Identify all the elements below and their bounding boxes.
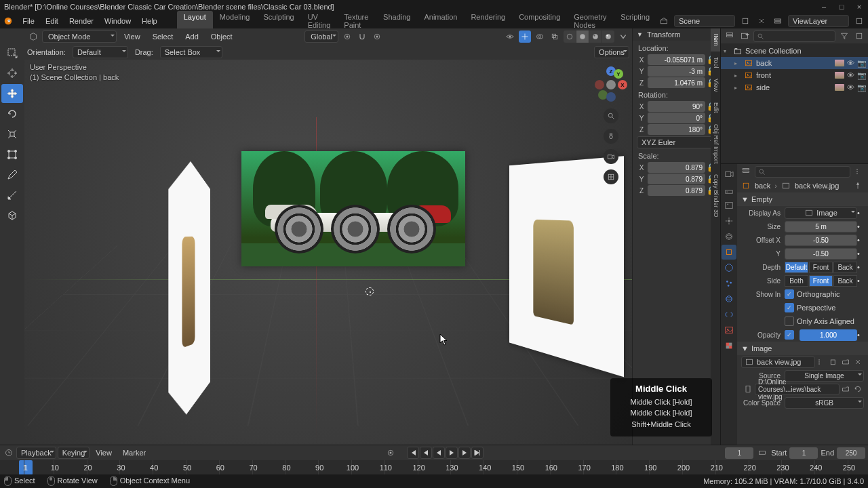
vp-menu-add[interactable]: Add: [180, 30, 203, 43]
outliner-type-icon[interactable]: [724, 30, 736, 42]
offsetx-field[interactable]: -0.50: [785, 235, 857, 246]
depth-segments[interactable]: DefaultFrontBack: [785, 262, 857, 273]
ol-eye-icon[interactable]: 👁: [847, 59, 855, 67]
tool-transform[interactable]: [1, 145, 23, 164]
loc-x[interactable]: -0.055071 m: [648, 54, 705, 65]
nav-zoom-icon[interactable]: [604, 108, 618, 123]
ptab-render[interactable]: [722, 167, 736, 182]
img-browse-icon[interactable]: [815, 356, 827, 368]
menu-render[interactable]: Render: [64, 15, 98, 27]
nav-gizmo[interactable]: Z Y X: [593, 66, 629, 103]
visibility-eye-icon[interactable]: [504, 30, 516, 43]
ol-scene-collection[interactable]: ▾ Scene Collection: [721, 45, 868, 57]
gizmo-center[interactable]: [606, 80, 616, 89]
ref-plane-back[interactable]: [241, 151, 465, 266]
gizmo-y[interactable]: Y: [614, 69, 623, 79]
ptab-modifiers[interactable]: [722, 260, 736, 275]
tl-view[interactable]: View: [91, 447, 117, 459]
np-tab-tool[interactable]: Tool: [711, 52, 720, 74]
xray-toggle[interactable]: [549, 30, 561, 43]
range-icon[interactable]: [756, 447, 768, 459]
ptab-data[interactable]: [722, 323, 736, 338]
props-search[interactable]: [755, 166, 850, 178]
showin-axis-check[interactable]: [785, 317, 794, 326]
menu-edit[interactable]: Edit: [41, 15, 63, 27]
tl-play-rev[interactable]: [433, 447, 445, 459]
props-type-icon[interactable]: [740, 165, 752, 178]
tool-cursor[interactable]: [1, 64, 23, 83]
ol-render-icon[interactable]: 📷: [857, 71, 865, 79]
ol-eye-icon[interactable]: 👁: [847, 71, 855, 79]
tool-move[interactable]: [1, 84, 23, 103]
image-path[interactable]: D:\Online Courses\...iews\back view.jpg: [755, 384, 840, 395]
overlays-toggle[interactable]: [534, 30, 546, 43]
tool-scale[interactable]: [1, 125, 23, 144]
tl-marker[interactable]: Marker: [118, 447, 151, 459]
ptab-object[interactable]: [722, 245, 736, 260]
tool-measure[interactable]: [1, 186, 23, 205]
scl-y[interactable]: 0.879: [648, 174, 705, 184]
image-datablock[interactable]: back view.jpg: [741, 357, 815, 368]
colorspace-dropdown[interactable]: sRGB: [785, 397, 864, 409]
mode-dropdown[interactable]: Object Mode: [42, 30, 117, 43]
np-tab-extra2[interactable]: Copy Binder 3D: [711, 169, 720, 223]
offsety-field[interactable]: -0.50: [785, 248, 857, 260]
timeline-ruler[interactable]: 1 11020304050607080901001101201301401501…: [0, 460, 868, 475]
np-tab-view[interactable]: View: [711, 73, 720, 97]
showin-persp-check[interactable]: ✓: [785, 303, 794, 312]
pivot-icon[interactable]: [341, 30, 353, 43]
editor-type-icon[interactable]: [27, 30, 39, 43]
loc-z[interactable]: 1.0476 m: [648, 77, 705, 88]
ol-render-icon[interactable]: 📷: [857, 83, 865, 92]
start-frame[interactable]: 1: [789, 447, 818, 459]
props-options-icon[interactable]: [853, 165, 865, 178]
rotation-mode[interactable]: XYZ Euler: [637, 136, 716, 148]
ol-item-back[interactable]: ▸ back 👁📷: [721, 57, 868, 69]
ptab-output[interactable]: [722, 182, 736, 197]
ptab-particles[interactable]: [722, 276, 736, 291]
transform-orientation[interactable]: Global: [304, 30, 338, 43]
window-maximize[interactable]: □: [833, 0, 850, 14]
shade-rendered[interactable]: [602, 30, 614, 43]
menu-file[interactable]: File: [18, 15, 39, 27]
tl-keying[interactable]: Keying: [58, 447, 90, 459]
loc-y[interactable]: -3 m: [648, 66, 705, 77]
nav-camera-icon[interactable]: [604, 149, 618, 164]
img-open-icon[interactable]: [840, 356, 852, 368]
np-tab-item[interactable]: Item: [711, 28, 720, 52]
scene-new-icon[interactable]: [739, 15, 751, 27]
np-tab-edit[interactable]: Edit: [711, 97, 720, 119]
window-minimize[interactable]: –: [815, 0, 833, 14]
empty-section-header[interactable]: ▼Empty: [737, 192, 868, 206]
np-tab-extra1[interactable]: Obj Ref Import: [711, 119, 720, 169]
ol-render-icon[interactable]: 📷: [857, 59, 865, 67]
tool-annotate[interactable]: [1, 165, 23, 184]
vp-menu-object[interactable]: Object: [206, 30, 237, 43]
scene-field[interactable]: Scene: [674, 15, 735, 27]
shade-wire[interactable]: [564, 30, 576, 43]
source-dropdown[interactable]: Single Image: [785, 370, 864, 382]
viewlayer-new-icon[interactable]: [853, 15, 865, 27]
rot-z[interactable]: 180°: [648, 124, 705, 135]
ref-plane-side[interactable]: [168, 157, 210, 424]
nav-ortho-icon[interactable]: [604, 169, 618, 184]
tool-rotate[interactable]: [1, 104, 23, 123]
outliner-new-collection[interactable]: [853, 30, 865, 42]
outliner-search[interactable]: [753, 30, 835, 42]
gizmo-z-neg[interactable]: [606, 92, 616, 102]
showin-ortho-check[interactable]: ✓: [785, 289, 794, 299]
ptab-world[interactable]: [722, 229, 736, 244]
ol-item-side[interactable]: ▸ side 👁📷: [721, 81, 868, 94]
orientation-dropdown[interactable]: Default: [73, 46, 128, 58]
ptab-physics[interactable]: [722, 291, 736, 306]
current-frame[interactable]: 1: [725, 447, 753, 459]
tl-prev-key[interactable]: [420, 447, 432, 459]
shade-matprev[interactable]: [589, 30, 601, 43]
window-close[interactable]: ×: [850, 0, 868, 14]
vp-menu-view[interactable]: View: [119, 30, 145, 43]
tl-next-key[interactable]: [458, 447, 471, 459]
snap-icon[interactable]: [356, 30, 368, 43]
opacity-slider[interactable]: 1.000: [800, 329, 857, 341]
tool-select-box[interactable]: [1, 43, 23, 62]
gizmo-x-neg[interactable]: [595, 80, 604, 89]
